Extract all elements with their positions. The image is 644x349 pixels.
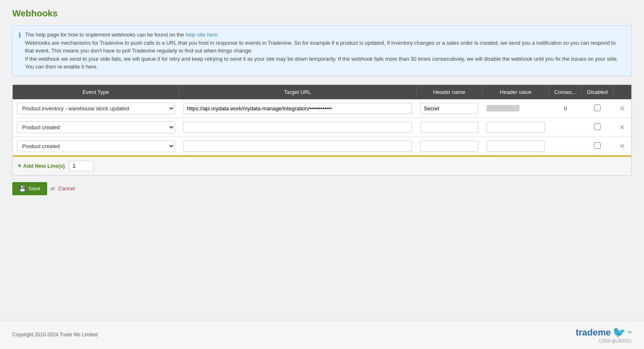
header-name-input-3[interactable] [420, 141, 478, 152]
consecutive-value-2 [549, 118, 582, 137]
header-value-input-2[interactable] [487, 122, 545, 133]
col-disabled: Disabled [582, 85, 613, 99]
webhooks-table: Event Type Target URL Header name Header… [13, 85, 631, 175]
target-url-input-1[interactable] [183, 103, 412, 114]
target-url-input-3[interactable] [183, 141, 412, 152]
add-new-label: Add New Line(s) [23, 163, 65, 169]
webhooks-table-container: Event Type Target URL Header name Header… [12, 84, 632, 176]
save-label: Save [28, 185, 41, 192]
or-text: or [50, 185, 55, 192]
event-type-select-3[interactable]: Product inventory - warehouse stock upda… [17, 140, 175, 152]
trademe-logo-container: trademe 🐦 ™ [576, 326, 632, 339]
header-name-input-1[interactable] [420, 103, 478, 114]
save-icon: 💾 [19, 185, 26, 192]
remove-row-button-2[interactable]: ✕ [617, 123, 627, 132]
header-value-input-3[interactable] [487, 141, 545, 152]
info-icon: ℹ [18, 31, 21, 71]
disabled-checkbox-1[interactable] [594, 105, 601, 111]
info-text: The help page for how to implement webho… [25, 31, 626, 71]
disabled-checkbox-2[interactable] [594, 123, 601, 130]
col-header-name: Header name [416, 85, 482, 99]
header-name-input-2[interactable] [420, 122, 478, 133]
table-row: Product inventory - warehouse stock upda… [13, 137, 631, 156]
event-type-select-1[interactable]: Product inventory - warehouse stock upda… [17, 103, 175, 114]
trademe-bird-icon: 🐦 [612, 326, 626, 339]
info-box: ℹ The help page for how to implement web… [12, 25, 632, 76]
consecutive-value-3 [549, 137, 582, 156]
plus-icon: + [18, 162, 21, 169]
consecutive-value-1: 0 [549, 99, 582, 118]
table-row: Product inventory - warehouse stock upda… [13, 99, 631, 118]
col-header-value: Header value [482, 85, 549, 99]
page-title: Webhooks [12, 8, 632, 19]
col-remove [613, 85, 631, 99]
cancel-link[interactable]: Cancel [58, 185, 75, 192]
help-link[interactable]: help site here. [186, 32, 219, 38]
footer: Copyright 2010-2024 Trade Me Limited tra… [0, 320, 644, 349]
table-row: Product inventory - warehouse stock upda… [13, 118, 631, 137]
remove-row-button-1[interactable]: ✕ [617, 104, 627, 113]
col-target-url: Target URL [179, 85, 416, 99]
save-button[interactable]: 💾 Save [12, 182, 47, 195]
table-header-row: Event Type Target URL Header name Header… [13, 85, 631, 99]
add-new-row: + Add New Line(s) [13, 156, 631, 175]
col-consecutive: Consec... [549, 85, 582, 99]
footer-logo: trademe 🐦 ™ CSDN @LIEN321 [576, 326, 632, 343]
trademe-logo-text: trademe [576, 327, 611, 338]
disabled-checkbox-3[interactable] [594, 142, 601, 149]
footer-copyright: Copyright 2010-2024 Trade Me Limited [12, 332, 98, 338]
remove-row-button-3[interactable]: ✕ [617, 141, 627, 151]
header-value-blurred-1: •••••••• [487, 105, 519, 112]
new-lines-count-input[interactable] [69, 161, 93, 171]
event-type-select-2[interactable]: Product inventory - warehouse stock upda… [17, 121, 175, 133]
footer-csdn: CSDN @LIEN321 [599, 339, 632, 343]
target-url-input-2[interactable] [183, 122, 412, 133]
col-event-type: Event Type [13, 85, 179, 99]
info-paragraph1: Webhooks are mechanisms for Tradevine to… [25, 40, 616, 54]
trademe-trademark: ™ [627, 330, 632, 335]
add-new-lines-button[interactable]: + Add New Line(s) [18, 162, 65, 169]
actions-row: 💾 Save or Cancel [12, 182, 632, 195]
help-prefix: The help page for how to implement webho… [25, 32, 186, 38]
info-paragraph2: If the webhook we send to your side fail… [25, 56, 618, 70]
